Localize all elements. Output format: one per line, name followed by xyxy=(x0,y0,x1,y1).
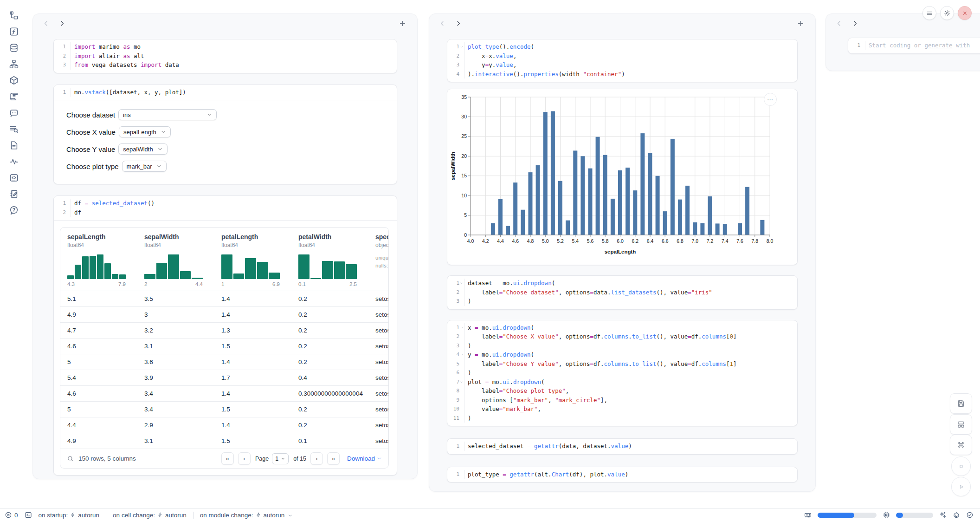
table-cell: setosa xyxy=(368,343,389,350)
table-column-header: petalLengthfloat6416.9 xyxy=(214,233,291,287)
code-line: 1Start coding or generate with xyxy=(850,41,980,50)
save-button[interactable] xyxy=(950,393,972,414)
code-editor[interactable]: 1import marimo as mo2import altair as al… xyxy=(54,39,397,73)
code-line: 9 options=["mark_bar", "mark_circle"], xyxy=(449,396,793,405)
column-dtype: object xyxy=(375,242,389,248)
menu-button[interactable] xyxy=(922,6,936,20)
histogram-bar xyxy=(233,274,245,279)
fold-marker-icon xyxy=(459,386,464,396)
code-token: "container" xyxy=(583,71,621,78)
run-config-label: on module change: xyxy=(200,512,253,519)
chart-bar xyxy=(656,176,660,235)
code-token: ). xyxy=(468,71,475,78)
run-config-label: on cell change: xyxy=(113,512,155,519)
column-max: 4.4 xyxy=(195,281,203,287)
code-editor[interactable]: 1plot_type = getattr(alt.Chart(df), plot… xyxy=(447,467,797,482)
assistant-bot-icon[interactable] xyxy=(953,511,960,519)
run-config-item[interactable]: on cell change:autorun xyxy=(113,512,187,519)
document-icon[interactable] xyxy=(9,140,19,150)
code-editor[interactable]: 1x = mo.ui.dropdown(2 label="Choose X va… xyxy=(447,320,797,426)
dropdown-select[interactable]: sepalLength xyxy=(119,126,171,137)
nav-next-icon[interactable] xyxy=(454,20,464,29)
keyboard-shortcuts-button[interactable] xyxy=(950,435,972,455)
tracing-icon[interactable] xyxy=(9,156,19,167)
layout-button[interactable] xyxy=(950,414,972,435)
prev-page-button[interactable]: ‹ xyxy=(238,452,251,465)
close-button[interactable] xyxy=(958,6,972,20)
next-page-button[interactable]: › xyxy=(310,452,323,465)
code-line: 1dataset = mo.ui.dropdown( xyxy=(449,279,793,288)
nav-prev-icon[interactable] xyxy=(438,20,448,29)
settings-button[interactable] xyxy=(940,6,954,20)
x-tick-label: 7.8 xyxy=(751,238,758,244)
code-token: label xyxy=(468,289,499,296)
first-page-button[interactable]: « xyxy=(221,452,234,465)
run-config-item[interactable]: on startup:autorun xyxy=(39,512,100,519)
code-editor[interactable]: 1plot_type().encode(2 x=x.value,3 y=y.va… xyxy=(447,39,797,82)
snippets-icon[interactable] xyxy=(9,173,19,183)
terminal-button[interactable] xyxy=(25,511,32,519)
code-editor[interactable]: 1Start coding or generate with xyxy=(848,38,980,53)
code-token: ) xyxy=(468,298,471,305)
dropdown-select[interactable]: sepalWidth xyxy=(118,143,167,155)
y-tick-label: 35 xyxy=(461,94,467,100)
page-select[interactable]: 1 xyxy=(272,453,289,464)
nav-next-icon[interactable] xyxy=(58,20,67,29)
marimo-app: 1import marimo as mo2import altair as al… xyxy=(0,0,980,521)
code-editor[interactable]: 1selected_dataset = getattr(data, datase… xyxy=(447,439,797,454)
packages-icon[interactable] xyxy=(9,75,19,85)
dropdown-row: Choose plot typemark_bar xyxy=(66,160,397,172)
code-token: value xyxy=(611,443,629,449)
file-tree-icon[interactable] xyxy=(9,10,19,20)
scratchpad-icon[interactable] xyxy=(9,189,19,199)
code-editor[interactable]: 1dataset = mo.ui.dropdown(2 label="Choos… xyxy=(447,276,797,309)
download-button[interactable]: Download xyxy=(347,455,382,462)
search-icon[interactable] xyxy=(67,455,74,462)
errors-indicator[interactable]: 0 xyxy=(5,511,18,519)
code-token: plot_type xyxy=(468,43,499,50)
code-token: ui xyxy=(492,324,499,331)
dropdown-select[interactable]: iris xyxy=(118,109,217,120)
datasources-icon[interactable] xyxy=(9,43,19,53)
table-row: 5.13.51.40.2setosa xyxy=(60,291,388,306)
code-editor[interactable]: 1df = selected_dataset()2df xyxy=(54,196,397,220)
add-cell-button[interactable] xyxy=(797,20,806,29)
code-line: 1df = selected_dataset() xyxy=(56,199,392,208)
ai-sparkles-icon[interactable] xyxy=(939,511,947,519)
connection-status-icon[interactable] xyxy=(966,511,974,519)
code-line: 6) xyxy=(449,368,793,378)
add-cell-button[interactable] xyxy=(399,20,408,29)
logs-icon[interactable] xyxy=(9,124,19,134)
code-token: columns xyxy=(604,333,629,340)
table-row: 4.931.40.2setosa xyxy=(60,306,388,322)
script-icon[interactable] xyxy=(9,91,19,102)
code-text: import altair as alt xyxy=(71,52,392,61)
notebook-column-3: 1Start coding or generate with xyxy=(825,13,980,71)
chat-icon[interactable] xyxy=(9,108,19,118)
interrupt-button[interactable] xyxy=(951,456,971,476)
chart-actions-button[interactable]: ⋯ xyxy=(764,93,777,106)
code-token: value xyxy=(468,405,499,412)
run-button[interactable] xyxy=(951,477,971,496)
nav-prev-icon[interactable] xyxy=(835,20,845,29)
functions-icon[interactable] xyxy=(9,26,19,37)
help-icon[interactable] xyxy=(9,205,19,215)
altair-chart[interactable]: 4.04.24.44.64.85.05.25.45.65.86.06.26.46… xyxy=(447,89,798,264)
line-number: 3 xyxy=(449,60,459,70)
run-config-item[interactable]: on module change:autorun xyxy=(200,512,293,519)
x-tick-label: 5.2 xyxy=(557,238,564,244)
code-token: = xyxy=(590,360,593,367)
nav-prev-icon[interactable] xyxy=(42,20,52,29)
left-sidebar xyxy=(0,7,27,221)
code-token: df xyxy=(74,209,81,216)
dependency-graph-icon[interactable] xyxy=(9,59,19,69)
code-token xyxy=(530,443,534,449)
chevron-down-icon xyxy=(288,513,293,518)
nav-next-icon[interactable] xyxy=(851,20,860,29)
code-editor[interactable]: 1mo.vstack([dataset, x, y, plot]) xyxy=(54,85,397,100)
histogram-bar xyxy=(298,254,309,279)
table-cell: 0.1 xyxy=(291,437,368,444)
code-token: value xyxy=(607,471,625,478)
last-page-button[interactable]: » xyxy=(327,452,340,465)
dropdown-select[interactable]: mark_bar xyxy=(122,161,167,172)
